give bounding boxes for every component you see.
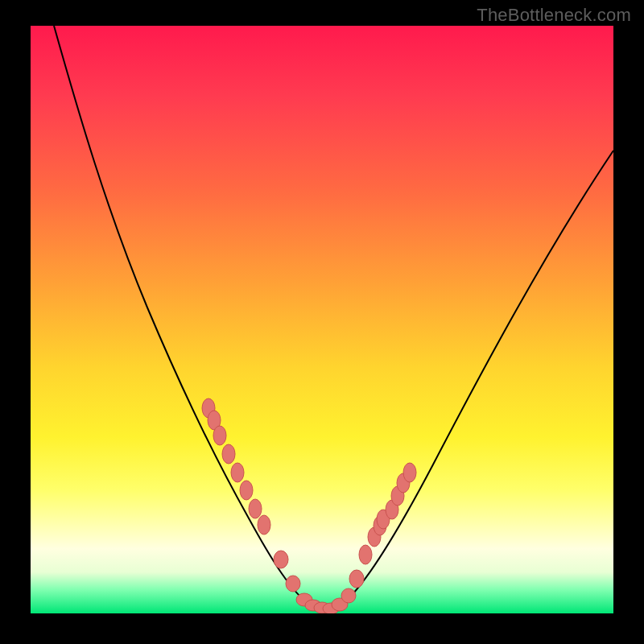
data-marker (213, 426, 226, 445)
data-marker (222, 444, 235, 464)
data-marker (249, 499, 262, 518)
data-marker (341, 588, 356, 603)
data-marker (240, 481, 253, 500)
data-marker (274, 551, 288, 568)
chart-svg (31, 26, 613, 613)
chart-frame: TheBottleneck.com (0, 0, 644, 644)
data-marker (359, 545, 372, 564)
bottleneck-curve (54, 26, 613, 610)
data-marker (403, 463, 416, 482)
watermark-text: TheBottleneck.com (477, 5, 631, 26)
data-marker (349, 570, 364, 588)
data-marker (258, 515, 270, 535)
plot-area (31, 26, 613, 613)
data-marker (286, 576, 300, 592)
marker-group (202, 398, 416, 613)
data-marker (231, 463, 244, 482)
